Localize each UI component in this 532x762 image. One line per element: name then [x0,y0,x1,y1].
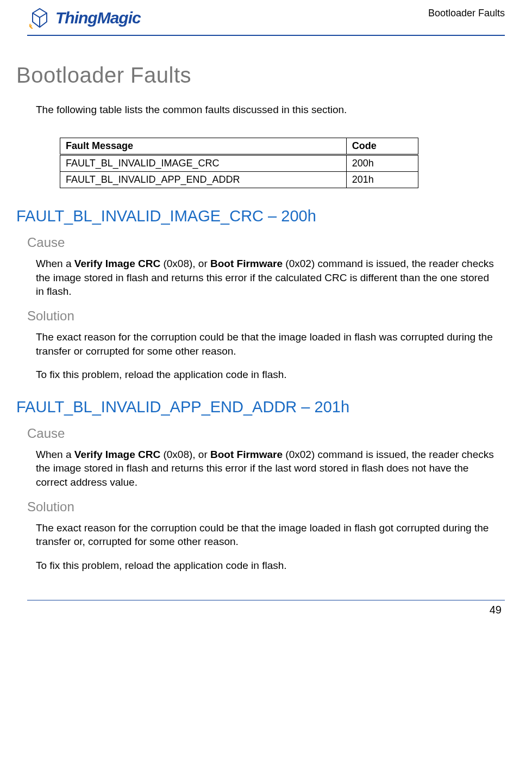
page-title: Bootloader Faults [16,63,505,88]
cause-heading: Cause [27,235,505,250]
text: When a [36,258,74,269]
bold-text: Boot Firmware [210,449,283,460]
bold-text: Boot Firmware [210,258,283,269]
table-header-code: Code [346,138,418,155]
text: (0x08), or [160,258,210,269]
table-row: FAULT_BL_INVALID_IMAGE_CRC 200h [60,155,418,172]
fault-heading: FAULT_BL_INVALID_APP_END_ADDR – 201h [16,398,505,416]
table-cell-code: 200h [346,155,418,172]
cause-paragraph: When a Verify Image CRC (0x08), or Boot … [36,257,499,299]
solution-paragraph: The exact reason for the corruption coul… [36,521,499,549]
logo-text: ThingMagic [55,9,141,27]
solution-paragraph: The exact reason for the corruption coul… [36,330,499,358]
footer-rule [27,600,505,600]
bold-text: Verify Image CRC [74,449,160,460]
page-number: 49 [27,604,505,616]
table-cell-msg: FAULT_BL_INVALID_IMAGE_CRC [60,155,347,172]
fault-table: Fault Message Code FAULT_BL_INVALID_IMAG… [60,138,418,188]
solution-heading: Solution [27,308,505,324]
cause-heading: Cause [27,426,505,441]
table-cell-code: 201h [346,172,418,188]
fault-heading: FAULT_BL_INVALID_IMAGE_CRC – 200h [16,207,505,225]
text: When a [36,449,74,460]
bold-text: Verify Image CRC [74,258,160,269]
running-title: Bootloader Faults [428,8,505,19]
solution-heading: Solution [27,499,505,515]
page-header: ThingMagic Bootloader Faults [27,5,505,36]
logo: ThingMagic [27,5,141,30]
table-cell-msg: FAULT_BL_INVALID_APP_END_ADDR [60,172,347,188]
table-header-msg: Fault Message [60,138,347,155]
text: (0x08), or [160,449,210,460]
solution-paragraph: To fix this problem, reload the applicat… [36,368,499,382]
solution-paragraph: To fix this problem, reload the applicat… [36,559,499,573]
intro-paragraph: The following table lists the common fau… [36,104,505,116]
cause-paragraph: When a Verify Image CRC (0x08), or Boot … [36,448,499,490]
logo-icon [27,5,52,30]
table-row: FAULT_BL_INVALID_APP_END_ADDR 201h [60,172,418,188]
